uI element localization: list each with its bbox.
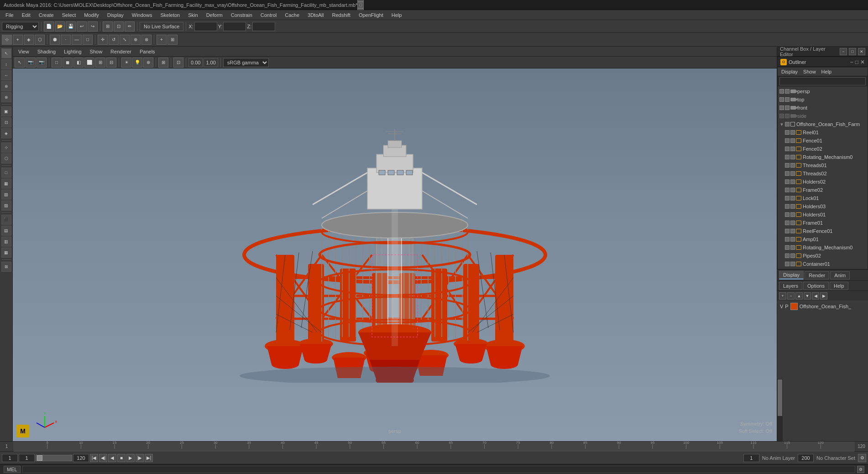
timeline-track[interactable]: 5 10 15 20 25 30 35 40 45 bbox=[14, 442, 854, 452]
range-start-input[interactable] bbox=[743, 454, 759, 462]
menu-control[interactable]: Control bbox=[257, 11, 280, 19]
rotate-tool-btn[interactable]: ↺ bbox=[109, 35, 119, 45]
menu-3dtoall[interactable]: 3DtoAll bbox=[304, 11, 327, 19]
tree-item-reelfence01[interactable]: ReelFence01 bbox=[778, 227, 868, 235]
menu-edit[interactable]: Edit bbox=[18, 11, 34, 19]
status-end-btn[interactable]: ⚙ bbox=[857, 466, 864, 473]
menu-skeleton[interactable]: Skeleton bbox=[157, 11, 183, 19]
channel-box-max[interactable]: □ bbox=[849, 48, 856, 55]
tree-item-frame02[interactable]: Frame02 bbox=[778, 186, 868, 194]
tree-item-side[interactable]: side bbox=[778, 112, 868, 120]
vp-shading-6[interactable]: ⊟ bbox=[106, 58, 116, 68]
new-scene-button[interactable]: 📄 bbox=[44, 21, 54, 32]
left-tool-14[interactable]: ▨ bbox=[1, 200, 11, 211]
vis-btn-persp2[interactable] bbox=[785, 89, 790, 94]
vis-btn-holders03[interactable] bbox=[785, 204, 790, 209]
outliner-menu-help[interactable]: Help bbox=[820, 68, 834, 75]
left-tool-12[interactable]: ▦ bbox=[1, 179, 11, 189]
tree-item-front[interactable]: front bbox=[778, 104, 868, 112]
layer-p-btn[interactable]: P bbox=[785, 304, 788, 309]
menu-deform[interactable]: Deform bbox=[203, 11, 226, 19]
scale-tool-btn[interactable]: ⤡ bbox=[120, 35, 130, 45]
vp-menu-show[interactable]: Show bbox=[86, 48, 106, 55]
tab-render[interactable]: Render bbox=[805, 271, 829, 279]
left-tool-7[interactable]: ⊡ bbox=[1, 117, 11, 127]
snap-tool-btn[interactable]: ⊕ bbox=[131, 35, 141, 45]
playback-settings-btn[interactable]: ⚙ bbox=[858, 454, 866, 462]
jump-start-btn[interactable]: |◀ bbox=[90, 454, 98, 462]
viewport-canvas[interactable]: persp Symmetry: Off Soft Select: Off X Y… bbox=[13, 68, 777, 441]
frame-start-input[interactable] bbox=[2, 454, 18, 462]
left-tool-5[interactable]: ⊗ bbox=[1, 92, 11, 102]
tab-anim[interactable]: Anim bbox=[830, 271, 850, 279]
vis-btn-fence02b[interactable] bbox=[790, 147, 795, 151]
vis-btn-amp01b[interactable] bbox=[790, 237, 795, 242]
vis-btn-holders02b[interactable] bbox=[790, 179, 795, 184]
tree-item-container01[interactable]: Container01 bbox=[778, 260, 868, 268]
select-mode-btn[interactable]: ⊹ bbox=[2, 35, 12, 45]
vis-btn-pipes02b[interactable] bbox=[790, 253, 795, 258]
vis-btn-threads01b[interactable] bbox=[790, 163, 795, 168]
vp-shading-5[interactable]: ⊞ bbox=[95, 58, 105, 68]
vis-btn-threads02[interactable] bbox=[785, 171, 790, 176]
vis-btn-side2[interactable] bbox=[785, 114, 790, 118]
gamma-dropdown[interactable]: sRGB gamma bbox=[223, 58, 269, 67]
vis-btn-reelfence01b[interactable] bbox=[790, 229, 795, 233]
vis-btn-frame01[interactable] bbox=[785, 221, 790, 225]
poly-mode-btn[interactable]: ⬢ bbox=[50, 35, 60, 45]
vis-btn-rm02[interactable] bbox=[785, 245, 790, 250]
face-btn[interactable]: □ bbox=[83, 35, 93, 45]
left-tool-11[interactable]: □ bbox=[1, 168, 11, 178]
y-input[interactable] bbox=[223, 22, 246, 31]
jump-end-btn[interactable]: ▶| bbox=[145, 454, 153, 462]
step-fwd-btn[interactable]: |▶ bbox=[136, 454, 144, 462]
save-scene-button[interactable]: 💾 bbox=[66, 21, 76, 32]
vis-btn-side[interactable] bbox=[779, 114, 784, 118]
layer-entry-main[interactable]: V P Offshore_Ocean_Fish_ bbox=[778, 301, 867, 311]
menu-modify[interactable]: Modify bbox=[80, 11, 102, 19]
tree-item-fence01[interactable]: Fence01 bbox=[778, 137, 868, 145]
menu-openflight[interactable]: OpenFlight bbox=[355, 11, 387, 19]
lasso-tool[interactable]: ⊡ bbox=[114, 21, 124, 32]
layer-left-btn[interactable]: ◀ bbox=[812, 292, 819, 300]
menu-skin[interactable]: Skin bbox=[184, 11, 201, 19]
tree-item-holders02[interactable]: Holders02 bbox=[778, 178, 868, 186]
tab-options[interactable]: Options bbox=[803, 282, 829, 290]
universal-tool-btn[interactable]: ⊗ bbox=[141, 35, 152, 45]
layer-new-btn[interactable]: + bbox=[779, 292, 786, 300]
vis-btn-holders01b[interactable] bbox=[790, 212, 795, 217]
layer-right-btn[interactable]: ▶ bbox=[820, 292, 827, 300]
tree-item-reel01[interactable]: Reel01 bbox=[778, 128, 868, 137]
vis-btn-lock01[interactable] bbox=[785, 196, 790, 200]
outliner-maximize[interactable]: □ bbox=[855, 59, 858, 65]
tree-item-main-group[interactable]: ▼ Offshore_Ocean_Fish_Farm bbox=[778, 120, 868, 128]
menu-constrain[interactable]: Constrain bbox=[227, 11, 256, 19]
outliner-tree[interactable]: persp top front s bbox=[778, 86, 868, 269]
menu-redshift[interactable]: Redshift bbox=[329, 11, 354, 19]
tree-item-fence02[interactable]: Fence02 bbox=[778, 145, 868, 153]
outliner-menu-display[interactable]: Display bbox=[779, 68, 800, 75]
vis-btn-holders02[interactable] bbox=[785, 179, 790, 184]
tab-help[interactable]: Help bbox=[830, 282, 848, 290]
left-tool-select[interactable]: ↖ bbox=[1, 48, 11, 58]
vis-btn-front2[interactable] bbox=[785, 105, 790, 110]
z-input[interactable] bbox=[252, 22, 275, 31]
tree-item-frame01[interactable]: Frame01 bbox=[778, 219, 868, 227]
vis-btn-container01b[interactable] bbox=[790, 262, 795, 266]
vp-hud-btn[interactable]: ⊡ bbox=[173, 58, 183, 68]
left-tool-4[interactable]: ⊕ bbox=[1, 81, 11, 91]
left-tool-10[interactable]: ⬡ bbox=[1, 153, 11, 163]
left-tool-8[interactable]: ◈ bbox=[1, 128, 11, 138]
vis-btn-top[interactable] bbox=[779, 97, 784, 102]
vis-btn-holders03b[interactable] bbox=[790, 204, 795, 209]
left-tool-6[interactable]: ▣ bbox=[1, 106, 11, 116]
layer-up-btn[interactable]: ▲ bbox=[795, 292, 803, 300]
vp-menu-renderer[interactable]: Renderer bbox=[107, 48, 135, 55]
vp-shading-3[interactable]: ◧ bbox=[73, 58, 84, 68]
vp-shading-1[interactable]: □ bbox=[52, 58, 62, 68]
vp-menu-view[interactable]: View bbox=[15, 48, 33, 55]
vp-menu-shading[interactable]: Shading bbox=[34, 48, 59, 55]
vis-btn-fence01[interactable] bbox=[785, 138, 790, 143]
outliner-close[interactable]: ✕ bbox=[860, 59, 865, 65]
frame-end-input[interactable] bbox=[73, 454, 89, 462]
